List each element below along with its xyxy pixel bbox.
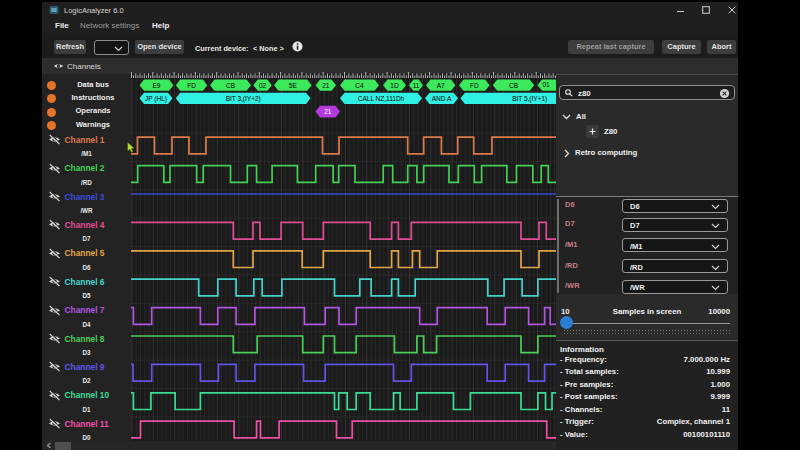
svg-text:CB: CB xyxy=(226,82,235,89)
svg-text:1D: 1D xyxy=(390,82,399,89)
svg-text:02: 02 xyxy=(259,82,267,89)
svg-text:E9: E9 xyxy=(153,82,161,89)
svg-text:CALL NZ,111Dh: CALL NZ,111Dh xyxy=(358,95,405,102)
svg-text:A7: A7 xyxy=(437,82,445,89)
svg-text:5E: 5E xyxy=(289,82,298,89)
svg-text:CB: CB xyxy=(509,82,518,89)
svg-text:FD: FD xyxy=(187,82,196,89)
svg-text:11: 11 xyxy=(413,82,420,89)
svg-text:BIT 3,(IY+2): BIT 3,(IY+2) xyxy=(226,95,261,103)
svg-text:FD: FD xyxy=(470,82,479,89)
svg-text:JP (HL): JP (HL) xyxy=(145,95,167,103)
svg-text:21: 21 xyxy=(324,108,332,115)
svg-text:BIT 5,(IY+1): BIT 5,(IY+1) xyxy=(512,95,547,103)
svg-text:AND A: AND A xyxy=(432,95,452,102)
svg-text:01: 01 xyxy=(542,81,550,88)
svg-text:C4: C4 xyxy=(355,82,364,89)
svg-text:21: 21 xyxy=(322,82,330,89)
